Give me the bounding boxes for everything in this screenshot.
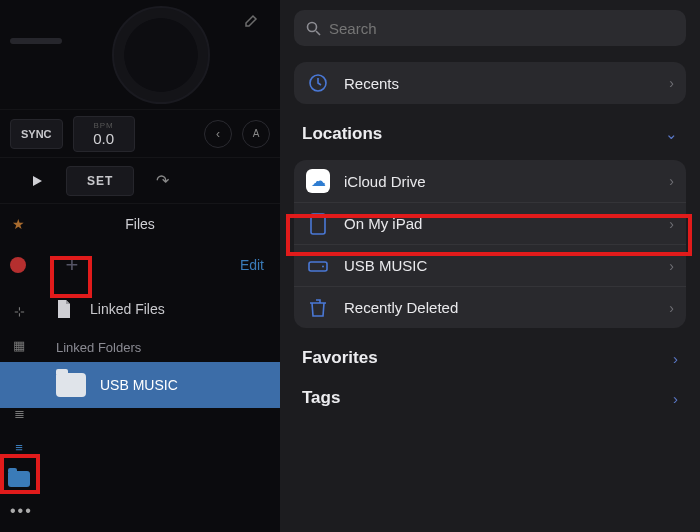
trash-icon [306,296,330,320]
edit-pencil-icon[interactable] [244,12,260,28]
prev-button[interactable]: ‹ [204,120,232,148]
play-button[interactable] [14,174,44,188]
recents-row[interactable]: Recents › [294,62,686,104]
chevron-right-icon: › [669,216,674,232]
chevron-right-icon: › [669,75,674,91]
crossfader-slider[interactable] [10,38,62,44]
clock-icon [306,71,330,95]
bpm-label: BPM [84,121,124,130]
set-cue-button[interactable]: SET [66,166,134,196]
search-input[interactable] [329,20,674,37]
svg-point-5 [322,265,324,267]
tags-label: Tags [302,388,340,408]
chevron-down-icon: ⌄ [665,125,678,143]
search-bar[interactable] [294,10,686,46]
chevron-right-icon: › [669,173,674,189]
recents-group: Recents › [294,62,686,104]
svg-rect-4 [309,262,327,271]
search-icon [306,21,321,36]
chevron-right-icon: › [669,258,674,274]
dj-transport-row: SYNC BPM 0.0 ‹ A [0,110,280,158]
on-my-ipad-label: On My iPad [344,215,422,232]
favorites-star-icon[interactable]: ★ [12,216,25,232]
dj-app-background: SYNC BPM 0.0 ‹ A SET ↷ ★ Files + Edit ⊹ … [0,0,280,532]
usb-music-drive-row[interactable]: USB MUSIC › [294,244,686,286]
locations-group: ☁︎ iCloud Drive › On My iPad › USB MUSIC… [294,160,686,328]
linked-files-row[interactable]: Linked Files [0,286,280,332]
bpm-value: 0.0 [84,130,124,147]
svg-rect-3 [311,214,325,234]
jog-wheel[interactable] [112,6,210,104]
files-toolbar: + Edit [0,244,280,286]
recently-deleted-label: Recently Deleted [344,299,458,316]
sidebar-stack-icon[interactable]: ≣ [12,406,26,420]
on-my-ipad-row[interactable]: On My iPad › [294,202,686,244]
library-folder-button[interactable] [4,464,34,494]
recents-label: Recents [344,75,399,92]
file-icon [56,299,76,319]
more-menu-icon[interactable]: ••• [10,502,33,520]
icloud-icon: ☁︎ [306,169,330,193]
files-title: Files [125,216,155,232]
usb-music-label: USB MUSIC [100,377,178,393]
music-disc-icon[interactable] [10,257,26,273]
tags-header[interactable]: Tags › [302,388,678,408]
add-button[interactable]: + [56,249,88,281]
svg-point-0 [308,22,317,31]
icloud-drive-row[interactable]: ☁︎ iCloud Drive › [294,160,686,202]
sync-button[interactable]: SYNC [10,119,63,149]
usb-music-folder-row[interactable]: USB MUSIC [0,362,280,408]
svg-line-1 [316,31,320,35]
dj-deck-area [0,0,280,110]
dj-cue-row: SET ↷ [0,158,280,204]
favorites-label: Favorites [302,348,378,368]
recently-deleted-row[interactable]: Recently Deleted › [294,286,686,328]
locations-header[interactable]: Locations ⌄ [302,124,678,144]
icloud-drive-label: iCloud Drive [344,173,426,190]
chevron-right-icon: › [669,300,674,316]
chevron-right-icon: › [673,390,678,407]
linked-files-label: Linked Files [90,301,165,317]
folder-icon [8,471,30,487]
files-location-picker: Recents › Locations ⌄ ☁︎ iCloud Drive › … [280,0,700,532]
linked-folders-section-label: Linked Folders [0,332,280,362]
usb-music-drive-label: USB MUSIC [344,257,427,274]
ipad-icon [306,212,330,236]
favorites-header[interactable]: Favorites › [302,348,678,368]
sidebar-bars-icon[interactable]: ≡ [12,440,26,454]
redo-icon[interactable]: ↷ [156,171,169,190]
folder-icon [56,373,86,397]
bpm-display[interactable]: BPM 0.0 [73,116,135,152]
files-header: ★ Files [0,204,280,244]
external-drive-icon [306,254,330,278]
loop-a-button[interactable]: A [242,120,270,148]
sidebar-speaker-icon[interactable]: ▦ [12,338,26,352]
chevron-right-icon: › [673,350,678,367]
locations-label: Locations [302,124,382,144]
edit-button[interactable]: Edit [240,257,264,273]
